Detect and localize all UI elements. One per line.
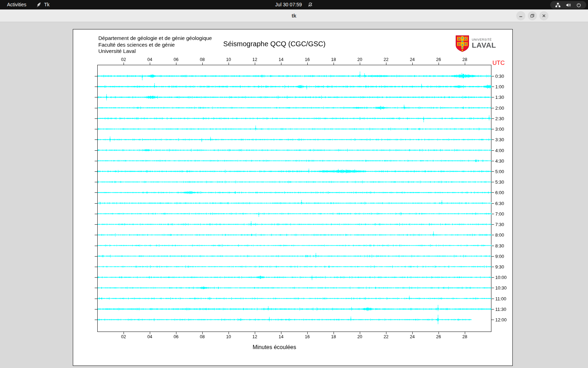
x-tick-label-top: 28 — [462, 57, 467, 62]
x-tick-label-top: 20 — [357, 57, 362, 62]
utc-time-label: 12:00 — [495, 317, 507, 322]
x-tick-label-bottom: 04 — [147, 334, 152, 339]
utc-time-label: 5:30 — [495, 179, 504, 185]
utc-time-label: 0:30 — [495, 74, 504, 79]
utc-time-label: 11:00 — [495, 296, 506, 301]
close-icon — [542, 14, 546, 18]
x-tick-label-top: 10 — [226, 57, 231, 62]
volume-icon — [566, 2, 571, 8]
x-tick-label-top: 24 — [410, 57, 415, 62]
x-tick-label-bottom: 28 — [462, 334, 467, 339]
x-tick-label-top: 12 — [252, 57, 257, 62]
app-menu-label: Tk — [44, 0, 50, 9]
network-icon — [555, 2, 561, 8]
x-tick-label-bottom: 10 — [226, 334, 231, 339]
x-tick-label-bottom: 06 — [174, 334, 178, 339]
x-tick-label-top: 08 — [200, 57, 205, 62]
maximize-button[interactable] — [528, 11, 537, 20]
utc-axis-label: UTC — [492, 60, 505, 67]
gnome-top-bar: Activities Tk Jul 30 07:59 — [0, 0, 588, 9]
close-button[interactable] — [539, 11, 548, 20]
x-tick-label-top: 22 — [384, 57, 388, 62]
utc-time-label: 7:00 — [495, 211, 504, 216]
laval-logo: UNIVERSITÉ LAVAL — [455, 35, 496, 52]
seismogram-canvas — [73, 29, 512, 366]
utc-time-label: 6:30 — [495, 200, 504, 206]
x-tick-label-top: 16 — [305, 57, 310, 62]
chart-title: Séismographe QCQ (CGC/GSC) — [73, 40, 476, 48]
utc-time-label: 11:30 — [495, 306, 506, 312]
utc-time-label: 5:00 — [495, 169, 504, 174]
laval-shield-icon — [455, 35, 469, 52]
x-tick-label-top: 26 — [436, 57, 441, 62]
notifications-disabled-icon — [308, 2, 313, 7]
utc-time-label: 1:30 — [495, 95, 504, 100]
maximize-icon — [530, 14, 534, 18]
tk-window-body: Département de géologie et de génie géol… — [0, 22, 588, 368]
utc-time-label: 1:00 — [495, 84, 504, 89]
utc-time-label: 3:30 — [495, 137, 504, 142]
institution-line-3: Université Laval — [98, 48, 212, 55]
utc-time-label: 10:30 — [495, 285, 507, 291]
activities-button[interactable]: Activities — [5, 0, 28, 9]
utc-time-label: 10:00 — [495, 275, 507, 280]
utc-time-label: 6:00 — [495, 190, 504, 195]
minimize-icon — [519, 14, 523, 18]
clock-text: Jul 30 07:59 — [275, 0, 302, 9]
tk-feather-icon — [36, 2, 41, 8]
utc-time-label: 2:00 — [495, 105, 504, 110]
x-tick-label-bottom: 20 — [357, 334, 362, 339]
utc-time-label: 8:00 — [495, 232, 504, 238]
power-icon — [576, 2, 581, 8]
window-title: tk — [0, 9, 588, 22]
seismograph-canvas-frame: Département de géologie et de génie géol… — [73, 29, 513, 366]
x-tick-label-bottom: 16 — [305, 334, 310, 339]
utc-time-label: 7:30 — [495, 222, 504, 227]
x-tick-label-bottom: 22 — [384, 334, 388, 339]
x-tick-label-bottom: 24 — [410, 334, 415, 339]
utc-time-label: 2:30 — [495, 116, 504, 121]
x-tick-label-top: 06 — [174, 57, 178, 62]
x-tick-label-bottom: 14 — [279, 334, 284, 339]
utc-time-label: 3:00 — [495, 127, 504, 132]
x-tick-label-top: 18 — [331, 57, 336, 62]
utc-time-label: 9:00 — [495, 253, 504, 259]
app-menu-tk[interactable]: Tk — [36, 0, 50, 9]
x-tick-label-bottom: 26 — [436, 334, 441, 339]
laval-logo-line-2: LAVAL — [472, 41, 496, 49]
x-tick-label-top: 04 — [147, 57, 152, 62]
utc-time-label: 9:30 — [495, 264, 504, 269]
x-tick-label-top: 14 — [279, 57, 284, 62]
laval-logo-text: UNIVERSITÉ LAVAL — [472, 35, 496, 49]
system-tray[interactable] — [550, 1, 586, 9]
x-tick-label-bottom: 08 — [200, 334, 205, 339]
utc-time-label: 4:00 — [495, 148, 504, 153]
utc-time-label: 4:30 — [495, 158, 504, 163]
x-tick-label-top: 02 — [121, 57, 126, 62]
minimize-button[interactable] — [516, 11, 525, 20]
window-title-bar[interactable]: tk — [0, 9, 588, 22]
x-tick-label-bottom: 18 — [331, 334, 336, 339]
clock-menu[interactable]: Jul 30 07:59 — [275, 0, 313, 9]
x-axis-label: Minutes écoulées — [73, 344, 476, 350]
x-tick-label-bottom: 02 — [121, 334, 126, 339]
x-tick-label-bottom: 12 — [252, 334, 257, 339]
utc-time-label: 8:30 — [495, 243, 504, 248]
